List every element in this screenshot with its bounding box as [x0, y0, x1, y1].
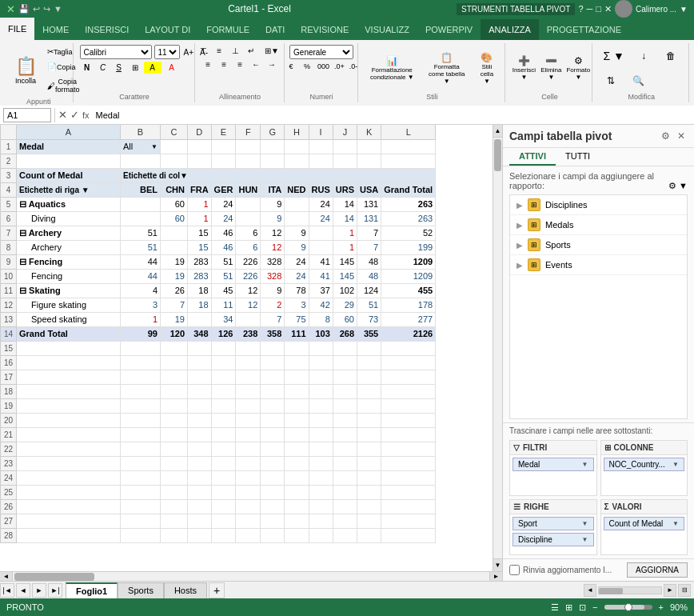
account-arrow[interactable]: ▼	[680, 5, 688, 14]
cell-a9[interactable]: ⊟ Fencing	[17, 254, 121, 269]
h-scroll-thumb-bottom[interactable]	[599, 588, 623, 594]
tab-analizza[interactable]: ANALIZZA	[481, 19, 539, 40]
h-scroll-next[interactable]: ►	[664, 584, 676, 597]
bold-button[interactable]: N	[80, 62, 94, 74]
col-header-h[interactable]: H	[285, 125, 309, 139]
panel-settings-button[interactable]: ⚙	[659, 130, 672, 142]
close-btn[interactable]: ✕	[604, 4, 612, 14]
border-button[interactable]: ⊞	[128, 62, 142, 74]
field-item-sports[interactable]: ▶ ⊞ Sports	[510, 235, 687, 255]
view-page-icon[interactable]: ⊡	[579, 602, 586, 613]
h-scroll-thumb[interactable]	[14, 573, 94, 581]
col-header-f[interactable]: F	[236, 125, 261, 139]
expand-medals-icon[interactable]: ▶	[517, 221, 523, 230]
scroll-left-button[interactable]: ◄	[0, 572, 13, 581]
user-avatar[interactable]	[615, 0, 632, 18]
indent-dec-button[interactable]: ←	[249, 58, 263, 70]
chip-sport-arrow[interactable]: ▼	[582, 520, 588, 527]
sheet-tab-foglio1[interactable]: Foglio1	[66, 582, 118, 598]
insert-cell-button[interactable]: ➕ Inserisci ▼	[512, 53, 536, 83]
toolbar-save[interactable]: 💾	[18, 4, 30, 14]
chip-discipline[interactable]: Discipline ▼	[513, 533, 594, 546]
sheet-tab-hosts[interactable]: Hosts	[164, 582, 207, 598]
paste-button[interactable]: 📋 Incolla	[10, 54, 42, 87]
col-header-i[interactable]: I	[309, 125, 333, 139]
wrap-text-button[interactable]: ↵	[244, 45, 258, 57]
cell-a5[interactable]: ⊟ Aquatics	[17, 197, 121, 211]
col-header-e[interactable]: E	[211, 125, 236, 139]
cell-a4[interactable]: Etichette di riga ▼	[17, 182, 121, 197]
tab-first-button[interactable]: |◄	[0, 583, 14, 598]
tab-file[interactable]: FILE	[0, 18, 34, 40]
minimize-btn[interactable]: ─	[587, 4, 593, 14]
user-name[interactable]: Calimero ...	[636, 5, 676, 14]
filter-dropdown-icon[interactable]: ▼	[151, 143, 158, 150]
cell-b3[interactable]: Etichette di col▼	[121, 168, 436, 182]
autosum-button[interactable]: Σ ▼	[599, 47, 628, 65]
font-family-select[interactable]: Calibri	[80, 45, 152, 59]
h-scroll-track-bottom[interactable]	[598, 586, 662, 594]
delete-cell-button[interactable]: ➖ Elimina ▼	[539, 53, 563, 83]
chip-noc[interactable]: NOC_Country... ▼	[604, 458, 685, 471]
help-btn[interactable]: ?	[578, 4, 583, 14]
col-header-a[interactable]: A	[17, 125, 121, 139]
cell-b1[interactable]: All ▼	[121, 139, 161, 154]
toolbar-more[interactable]: ▼	[54, 4, 62, 14]
comma-button[interactable]: 000	[316, 61, 331, 72]
format-cell-button[interactable]: ⚙ Formato ▼	[566, 53, 590, 83]
col-header-c[interactable]: C	[161, 125, 188, 139]
tab-tutti[interactable]: TUTTI	[556, 148, 600, 166]
tab-attivi[interactable]: ATTIVI	[509, 148, 556, 166]
chip-medal-arrow[interactable]: ▼	[582, 461, 588, 468]
fill-button[interactable]: ↓	[632, 48, 656, 64]
field-item-disciplines[interactable]: ▶ ⊞ Disciplines	[510, 195, 687, 215]
cell-a11[interactable]: ⊟ Skating	[17, 283, 121, 298]
cell-a3[interactable]: Count of Medal	[17, 168, 121, 182]
conditional-format-button[interactable]: 📊 Formattazione condizionale ▼	[365, 53, 420, 83]
horizontal-scrollbar[interactable]: ◄ ►	[0, 571, 502, 581]
zoom-thumb[interactable]	[624, 603, 632, 611]
zoom-slider[interactable]	[604, 605, 652, 610]
expand-events-icon[interactable]: ▶	[517, 261, 523, 270]
cancel-formula-icon[interactable]: ✕	[58, 109, 67, 121]
add-sheet-button[interactable]: +	[209, 582, 225, 598]
align-middle-button[interactable]: ≡	[212, 45, 226, 57]
cell-reference-input[interactable]	[3, 108, 51, 122]
format-table-button[interactable]: 📋 Formatta come tabella ▼	[423, 50, 470, 87]
sort-filter-button[interactable]: ⇅	[599, 73, 623, 89]
tab-visualizz[interactable]: VISUALIZZ	[357, 19, 417, 40]
col-header-d[interactable]: D	[188, 125, 212, 139]
merge-button[interactable]: ⊞▼	[260, 45, 284, 57]
chip-noc-arrow[interactable]: ▼	[672, 461, 679, 468]
cell-a1[interactable]: Medal	[17, 139, 121, 154]
chip-count-medal[interactable]: Count of Medal ▼	[604, 517, 685, 530]
tab-home[interactable]: HOME	[34, 19, 77, 40]
align-top-button[interactable]: ⊤	[196, 45, 210, 57]
cell-a7[interactable]: ⊟ Archery	[17, 226, 121, 240]
indent-inc-button[interactable]: →	[265, 58, 279, 70]
formula-input[interactable]	[93, 110, 691, 120]
field-item-medals[interactable]: ▶ ⊞ Medals	[510, 215, 687, 235]
expand-disciplines-icon[interactable]: ▶	[517, 201, 523, 210]
currency-button[interactable]: €	[284, 61, 298, 72]
number-format-select[interactable]: Generale	[289, 45, 353, 59]
chip-discipline-arrow[interactable]: ▼	[582, 536, 588, 543]
align-center-button[interactable]: ≡	[217, 58, 231, 70]
highlight-button[interactable]: A	[144, 62, 162, 74]
chip-count-arrow[interactable]: ▼	[672, 520, 679, 527]
insert-function-icon[interactable]: fx	[82, 110, 90, 120]
scroll-thumb[interactable]	[494, 139, 501, 171]
col-header-g[interactable]: G	[261, 125, 285, 139]
defer-update-checkbox[interactable]	[509, 565, 520, 575]
scroll-down-button[interactable]: ▼	[493, 558, 502, 571]
defer-update-label[interactable]: Rinvia aggiornamento I...	[509, 565, 612, 575]
col-header-j[interactable]: J	[333, 125, 357, 139]
col-header-k[interactable]: K	[357, 125, 381, 139]
zoom-out-button[interactable]: −	[592, 602, 597, 612]
decimal-inc-button[interactable]: .0+	[333, 61, 346, 72]
align-left-button[interactable]: ≡	[201, 58, 215, 70]
chip-sport[interactable]: Sport ▼	[513, 517, 594, 530]
align-right-button[interactable]: ≡	[233, 58, 247, 70]
font-size-inc-button[interactable]: A+	[182, 46, 196, 58]
cell-styles-button[interactable]: 🎨 Stili cella ▼	[473, 50, 500, 87]
